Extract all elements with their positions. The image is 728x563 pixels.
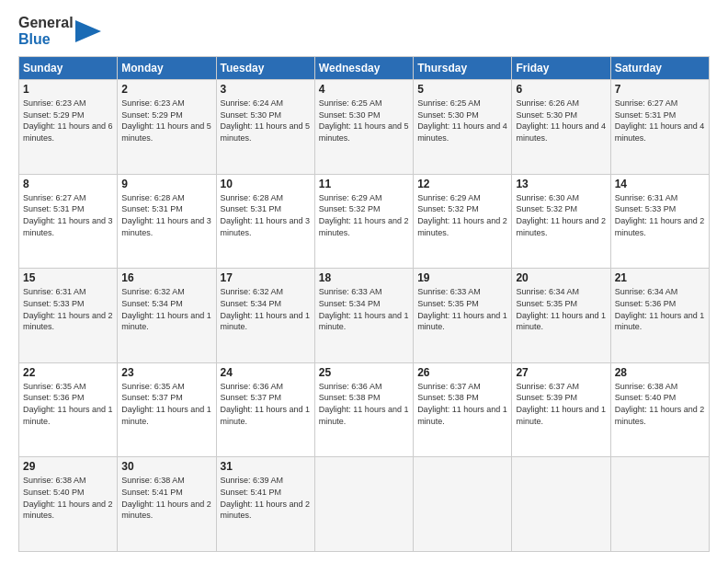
- sunset-label: Sunset: 5:36 PM: [23, 393, 85, 402]
- sunset-label: Sunset: 5:35 PM: [516, 299, 577, 308]
- cell-content: Sunrise: 6:31 AM Sunset: 5:33 PM Dayligh…: [615, 192, 705, 238]
- sunset-label: Sunset: 5:40 PM: [23, 488, 85, 497]
- sunrise-label: Sunrise: 6:37 AM: [516, 382, 579, 391]
- sunset-label: Sunset: 5:38 PM: [417, 393, 479, 402]
- cell-content: Sunrise: 6:23 AM Sunset: 5:29 PM Dayligh…: [121, 98, 211, 144]
- calendar-table: SundayMondayTuesdayWednesdayThursdayFrid…: [18, 56, 710, 552]
- cell-content: Sunrise: 6:23 AM Sunset: 5:29 PM Dayligh…: [23, 98, 113, 144]
- cell-content: Sunrise: 6:38 AM Sunset: 5:41 PM Dayligh…: [121, 475, 211, 521]
- day-number: 20: [516, 271, 606, 284]
- sunset-label: Sunset: 5:36 PM: [615, 299, 677, 308]
- daylight-label: Daylight: 11 hours and 2 minutes.: [319, 216, 409, 237]
- cell-content: Sunrise: 6:36 AM Sunset: 5:38 PM Dayligh…: [319, 381, 409, 427]
- daylight-label: Daylight: 11 hours and 1 minute.: [121, 405, 211, 426]
- col-header-sunday: Sunday: [19, 57, 118, 80]
- cell-content: Sunrise: 6:33 AM Sunset: 5:35 PM Dayligh…: [417, 286, 507, 332]
- sunrise-label: Sunrise: 6:29 AM: [319, 193, 382, 202]
- sunset-label: Sunset: 5:31 PM: [221, 204, 282, 213]
- calendar-cell: 28 Sunrise: 6:38 AM Sunset: 5:40 PM Dayl…: [610, 362, 709, 457]
- calendar-cell: 27 Sunrise: 6:37 AM Sunset: 5:39 PM Dayl…: [512, 362, 610, 457]
- day-number: 9: [121, 178, 211, 190]
- daylight-label: Daylight: 11 hours and 1 minute.: [417, 311, 507, 332]
- day-number: 5: [417, 83, 507, 96]
- daylight-label: Daylight: 11 hours and 5 minutes.: [221, 121, 311, 143]
- daylight-label: Daylight: 11 hours and 2 minutes.: [23, 311, 113, 332]
- sunrise-label: Sunrise: 6:30 AM: [516, 193, 579, 202]
- sunset-label: Sunset: 5:30 PM: [221, 110, 282, 120]
- daylight-label: Daylight: 11 hours and 3 minutes.: [221, 216, 311, 237]
- header: General Blue: [18, 15, 710, 47]
- sunset-label: Sunset: 5:40 PM: [615, 393, 677, 402]
- daylight-label: Daylight: 11 hours and 5 minutes.: [121, 121, 211, 143]
- sunset-label: Sunset: 5:29 PM: [121, 110, 183, 120]
- sunrise-label: Sunrise: 6:27 AM: [23, 193, 86, 202]
- day-number: 8: [23, 178, 113, 190]
- sunrise-label: Sunrise: 6:38 AM: [615, 382, 678, 391]
- cell-content: Sunrise: 6:38 AM Sunset: 5:40 PM Dayligh…: [615, 381, 705, 427]
- day-number: 23: [121, 366, 211, 379]
- daylight-label: Daylight: 11 hours and 1 minute.: [121, 311, 211, 332]
- sunset-label: Sunset: 5:31 PM: [121, 204, 183, 213]
- daylight-label: Daylight: 11 hours and 3 minutes.: [121, 216, 211, 237]
- day-number: 18: [319, 271, 409, 284]
- calendar-cell: 14 Sunrise: 6:31 AM Sunset: 5:33 PM Dayl…: [610, 174, 709, 269]
- sunset-label: Sunset: 5:30 PM: [516, 110, 577, 120]
- cell-content: Sunrise: 6:32 AM Sunset: 5:34 PM Dayligh…: [121, 286, 211, 332]
- cell-content: Sunrise: 6:36 AM Sunset: 5:37 PM Dayligh…: [221, 381, 311, 427]
- cell-content: Sunrise: 6:29 AM Sunset: 5:32 PM Dayligh…: [417, 192, 507, 238]
- calendar-cell: 23 Sunrise: 6:35 AM Sunset: 5:37 PM Dayl…: [118, 362, 216, 457]
- daylight-label: Daylight: 11 hours and 1 minute.: [516, 405, 606, 426]
- daylight-label: Daylight: 11 hours and 1 minute.: [319, 405, 409, 426]
- cell-content: Sunrise: 6:34 AM Sunset: 5:35 PM Dayligh…: [516, 286, 606, 332]
- sunrise-label: Sunrise: 6:23 AM: [121, 98, 185, 108]
- cell-content: Sunrise: 6:32 AM Sunset: 5:34 PM Dayligh…: [221, 286, 311, 332]
- cell-content: Sunrise: 6:33 AM Sunset: 5:34 PM Dayligh…: [319, 286, 409, 332]
- daylight-label: Daylight: 11 hours and 1 minute.: [319, 311, 409, 332]
- sunset-label: Sunset: 5:37 PM: [121, 393, 183, 402]
- sunrise-label: Sunrise: 6:34 AM: [516, 287, 579, 296]
- cell-content: Sunrise: 6:35 AM Sunset: 5:36 PM Dayligh…: [23, 381, 113, 427]
- sunrise-label: Sunrise: 6:37 AM: [417, 382, 481, 391]
- sunrise-label: Sunrise: 6:36 AM: [319, 382, 382, 391]
- cell-content: Sunrise: 6:34 AM Sunset: 5:36 PM Dayligh…: [615, 286, 705, 332]
- daylight-label: Daylight: 11 hours and 2 minutes.: [121, 500, 211, 521]
- sunrise-label: Sunrise: 6:38 AM: [121, 476, 185, 485]
- calendar-cell: 2 Sunrise: 6:23 AM Sunset: 5:29 PM Dayli…: [118, 80, 216, 175]
- sunrise-label: Sunrise: 6:25 AM: [319, 98, 382, 108]
- daylight-label: Daylight: 11 hours and 4 minutes.: [615, 121, 705, 143]
- daylight-label: Daylight: 11 hours and 1 minute.: [221, 405, 311, 426]
- day-number: 30: [121, 460, 211, 473]
- day-number: 27: [516, 366, 606, 379]
- calendar-cell: 29 Sunrise: 6:38 AM Sunset: 5:40 PM Dayl…: [19, 457, 118, 552]
- day-number: 24: [221, 366, 311, 379]
- day-number: 19: [417, 271, 507, 284]
- calendar-cell: 7 Sunrise: 6:27 AM Sunset: 5:31 PM Dayli…: [610, 80, 709, 175]
- day-number: 13: [516, 178, 606, 190]
- daylight-label: Daylight: 11 hours and 6 minutes.: [23, 121, 113, 143]
- daylight-label: Daylight: 11 hours and 1 minute.: [516, 311, 606, 332]
- col-header-friday: Friday: [512, 57, 610, 80]
- calendar-cell: 5 Sunrise: 6:25 AM Sunset: 5:30 PM Dayli…: [414, 80, 512, 175]
- col-header-saturday: Saturday: [610, 57, 709, 80]
- calendar-week-row: 15 Sunrise: 6:31 AM Sunset: 5:33 PM Dayl…: [19, 269, 710, 363]
- sunset-label: Sunset: 5:31 PM: [615, 110, 677, 120]
- day-number: 1: [23, 83, 113, 96]
- daylight-label: Daylight: 11 hours and 1 minute.: [221, 311, 311, 332]
- sunrise-label: Sunrise: 6:38 AM: [23, 476, 86, 485]
- daylight-label: Daylight: 11 hours and 2 minutes.: [615, 405, 705, 426]
- sunrise-label: Sunrise: 6:33 AM: [417, 287, 481, 296]
- calendar-cell: 21 Sunrise: 6:34 AM Sunset: 5:36 PM Dayl…: [610, 269, 709, 363]
- day-number: 16: [121, 271, 211, 284]
- day-number: 29: [23, 460, 113, 473]
- page: General Blue SundayMondayTuesdayWednesda…: [0, 0, 728, 563]
- calendar-cell: 18 Sunrise: 6:33 AM Sunset: 5:34 PM Dayl…: [314, 269, 413, 363]
- calendar-cell: [314, 457, 413, 552]
- sunset-label: Sunset: 5:38 PM: [319, 393, 381, 402]
- sunrise-label: Sunrise: 6:23 AM: [23, 98, 86, 108]
- daylight-label: Daylight: 11 hours and 4 minutes.: [417, 121, 507, 143]
- calendar-cell: 26 Sunrise: 6:37 AM Sunset: 5:38 PM Dayl…: [414, 362, 512, 457]
- cell-content: Sunrise: 6:37 AM Sunset: 5:38 PM Dayligh…: [417, 381, 507, 427]
- calendar-cell: [512, 457, 610, 552]
- cell-content: Sunrise: 6:25 AM Sunset: 5:30 PM Dayligh…: [319, 98, 409, 144]
- cell-content: Sunrise: 6:28 AM Sunset: 5:31 PM Dayligh…: [221, 192, 311, 238]
